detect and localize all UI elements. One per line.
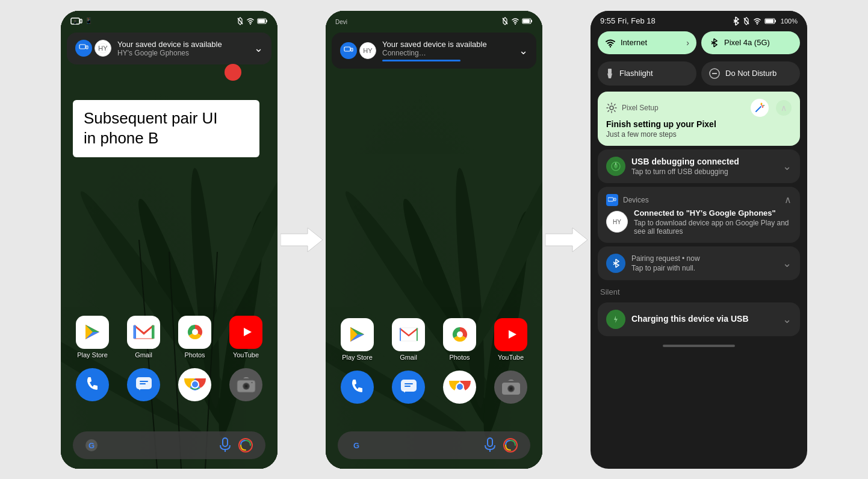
svg-point-103: [761, 102, 763, 104]
flashlight-tile[interactable]: Flashlight: [598, 61, 696, 86]
status-bar-2: Devices: [326, 11, 542, 28]
svg-point-73: [457, 331, 463, 337]
devices-notif-row: HY Connected to "HY's Google Gphones" Ta…: [606, 208, 792, 236]
app-chrome-2[interactable]: [440, 371, 479, 404]
arrow-icon-1: [281, 225, 323, 255]
app-gmail-2[interactable]: Gmail: [389, 318, 428, 361]
pairing-text: Pairing request • now Tap to pair with n…: [631, 254, 777, 272]
app-messages-1[interactable]: [124, 368, 163, 404]
notif-chevron-2[interactable]: ⌄: [519, 44, 528, 57]
svg-rect-43: [251, 382, 253, 383]
usb-debug-chevron[interactable]: ⌄: [783, 160, 792, 173]
dnd-tile[interactable]: Do Not Disturb: [701, 61, 800, 86]
dnd-label: Do Not Disturb: [725, 69, 777, 78]
app-play-store-1[interactable]: Play Store: [73, 316, 112, 358]
app-youtube-1[interactable]: YouTube: [226, 316, 265, 358]
app-play-store-2[interactable]: Play Store: [338, 318, 377, 361]
internet-label: Internet: [621, 38, 647, 47]
flashlight-label: Flashlight: [619, 69, 653, 78]
app-label-gmail-2: Gmail: [400, 354, 417, 361]
app-label-play-store-2: Play Store: [342, 354, 373, 361]
svg-point-92: [757, 23, 758, 25]
internet-arrow[interactable]: ›: [686, 38, 689, 48]
svg-rect-18: [266, 20, 267, 22]
svg-rect-97: [608, 69, 612, 74]
charging-icon: [606, 310, 625, 329]
svg-point-81: [457, 384, 463, 390]
status-left-1: 📱 📱: [70, 17, 92, 25]
lens-icon-2: [503, 437, 518, 453]
hy-icon-3: HY: [606, 211, 628, 233]
devices-connected-subtitle: Tap to download device app on Google Pla…: [634, 219, 792, 236]
notification-card-2[interactable]: HY Your saved device is available Connec…: [332, 33, 536, 69]
app-gmail-1[interactable]: Gmail: [124, 316, 163, 358]
app-label-photos-1: Photos: [184, 351, 205, 358]
svg-point-100: [610, 106, 613, 110]
internet-tile[interactable]: Internet ›: [598, 31, 696, 54]
devices-connected-text: Connected to "HY's Google Gphones" Tap t…: [634, 208, 792, 236]
youtube-icon: [229, 316, 262, 349]
app-chrome-1[interactable]: [175, 368, 214, 404]
svg-text:HY: HY: [98, 45, 108, 52]
svg-text:G: G: [88, 440, 95, 449]
usb-debug-icon: [606, 157, 625, 176]
devices-notif-chevron[interactable]: ∧: [784, 194, 792, 205]
charging-chevron[interactable]: ⌄: [783, 313, 792, 326]
app-row-1: Play Store: [73, 316, 265, 358]
youtube-icon-2: [494, 318, 527, 351]
devices-icon-2: Devices: [335, 17, 347, 25]
app-photos-2[interactable]: Photos: [440, 318, 479, 361]
arrow-2: [542, 225, 591, 255]
status-right-2: [501, 17, 533, 25]
svg-rect-78: [405, 386, 411, 387]
messages-icon: [127, 368, 160, 401]
nav-handle: [663, 345, 735, 347]
svg-point-42: [245, 385, 247, 387]
qs-row-2: Flashlight Do Not Disturb: [591, 59, 807, 88]
devices-header-label: Devices: [623, 196, 780, 204]
app-phone-2[interactable]: [338, 371, 377, 404]
svg-rect-63: [531, 20, 532, 22]
svg-text:📱: 📱: [73, 20, 78, 25]
arrow-icon-2: [545, 225, 587, 255]
charging-notif[interactable]: Charging this device via USB ⌄: [598, 302, 800, 336]
devices-notif[interactable]: Devices ∧ HY Connected to "HY's Google G…: [598, 187, 800, 243]
app-messages-2[interactable]: [389, 371, 428, 404]
pixel-tile[interactable]: Pixel 4a (5G): [701, 31, 800, 54]
pixel-setup-title: Finish setting up your Pixel: [606, 119, 792, 129]
notification-card-1[interactable]: HY Your saved device is available HY's G…: [67, 33, 271, 64]
pairing-notif[interactable]: Pairing request • now Tap to pair with n…: [598, 246, 800, 280]
app-grid-1: Play Store: [61, 316, 277, 409]
svg-text:G: G: [353, 441, 359, 450]
usb-debug-row: USB debugging connected Tap to turn off …: [606, 157, 792, 176]
app-camera-1[interactable]: [226, 368, 265, 404]
mute-icon-3: [743, 17, 750, 25]
google-g-icon-2: G: [350, 439, 363, 452]
pairing-chevron[interactable]: ⌄: [783, 257, 792, 270]
svg-rect-32: [140, 381, 148, 382]
chrome-icon: [178, 368, 211, 401]
usb-debug-notif[interactable]: USB debugging connected Tap to turn off …: [598, 149, 800, 183]
app-label-youtube-1: YouTube: [233, 351, 259, 358]
hy-notif-icon: HY: [95, 40, 111, 57]
pairing-icon: [606, 254, 625, 273]
notif-chevron-1[interactable]: ⌄: [254, 42, 263, 55]
battery-icon-2: [522, 17, 533, 25]
app-camera-2[interactable]: [491, 371, 530, 404]
mute-icon-2: [501, 17, 509, 25]
app-youtube-2[interactable]: YouTube: [491, 318, 530, 361]
dock-1: G: [73, 431, 265, 459]
app-photos-1[interactable]: Photos: [175, 316, 214, 358]
app-phone-1[interactable]: [73, 368, 112, 404]
pixel-setup-notif[interactable]: Pixel Setup ∧ Finish setting up your Pix…: [598, 92, 800, 146]
phone-screen-1: 📱 📱: [61, 11, 277, 469]
app-label-youtube-2: YouTube: [498, 354, 524, 361]
flashlight-icon: [605, 67, 615, 80]
app-label-photos-2: Photos: [449, 354, 470, 361]
panel-status-icons: 100%: [731, 16, 798, 27]
pixel-setup-app-name: Pixel Setup: [622, 104, 746, 112]
svg-rect-68: [398, 325, 420, 343]
dock-2: G: [338, 431, 530, 459]
pixel-setup-collapse[interactable]: ∧: [776, 100, 792, 116]
wifi-icon-1: [246, 17, 255, 25]
